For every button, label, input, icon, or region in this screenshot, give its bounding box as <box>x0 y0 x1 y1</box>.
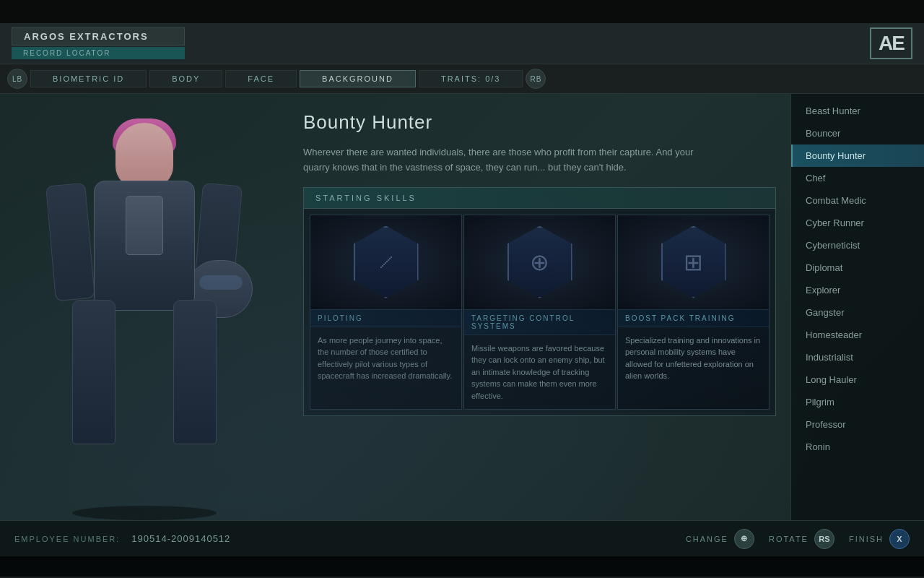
skills-header: STARTING SKILLS <box>304 188 775 209</box>
change-control: CHANGE ⊕ <box>686 529 754 549</box>
change-button[interactable]: ⊕ <box>734 529 754 549</box>
sidebar-item-chef[interactable]: Chef <box>791 167 924 189</box>
character-leg-right <box>173 300 217 444</box>
tab-body[interactable]: BODY <box>149 70 222 87</box>
character-panel <box>0 94 289 520</box>
sidebar-item-bounty-hunter[interactable]: Bounty Hunter <box>791 144 924 167</box>
targeting-hex-bg: ⊕ <box>507 226 572 298</box>
main-content: Bounty Hunter Wherever there are wanted … <box>0 94 924 520</box>
skill-card-piloting: ⟋ PILOTING As more people journey into s… <box>310 215 462 410</box>
sidebar-item-gangster[interactable]: Gangster <box>791 301 924 324</box>
employee-label: EMPLOYEE NUMBER: <box>14 535 120 543</box>
character-shadow <box>72 506 217 520</box>
skill-card-boost: ⊞ BOOST PACK TRAINING Specialized traini… <box>617 215 770 410</box>
boost-hex-bg: ⊞ <box>661 226 726 298</box>
tab-background[interactable]: BACKGROUND <box>300 70 416 87</box>
rotate-button[interactable]: RS <box>814 529 834 549</box>
ae-logo: AE <box>870 27 912 59</box>
boost-hex: ⊞ <box>658 220 730 303</box>
lb-button[interactable]: LB <box>7 69 27 89</box>
info-panel: Bounty Hunter Wherever there are wanted … <box>289 94 790 520</box>
bottom-bar: EMPLOYEE NUMBER: 190514-2009140512 CHANG… <box>0 520 924 556</box>
skill-icon-area-boost: ⊞ <box>618 215 769 309</box>
rb-button[interactable]: RB <box>526 69 546 89</box>
header: ARGOS EXTRACTORS RECORD LOCATOR AE <box>0 23 924 64</box>
background-list-sidebar: Beast Hunter Bouncer Bounty Hunter Chef … <box>790 94 924 520</box>
nav-tabs: LB BIOMETRIC ID BODY FACE BACKGROUND TRA… <box>0 64 924 94</box>
company-name: ARGOS EXTRACTORS <box>12 27 185 46</box>
sidebar-item-bouncer[interactable]: Bouncer <box>791 122 924 144</box>
piloting-hex: ⟋ <box>350 220 422 303</box>
skill-icon-area-targeting: ⊕ <box>464 215 615 309</box>
boost-desc: Specialized training and innovations in … <box>618 327 769 389</box>
sidebar-item-diplomat[interactable]: Diplomat <box>791 256 924 279</box>
bottom-controls: CHANGE ⊕ ROTATE RS FINISH X <box>686 529 910 549</box>
rs-icon: RS <box>819 535 829 543</box>
finish-control: FINISH X <box>849 529 910 549</box>
piloting-desc: As more people journey into space, the n… <box>310 327 461 389</box>
sidebar-item-professor[interactable]: Professor <box>791 413 924 436</box>
piloting-hex-bg: ⟋ <box>354 226 419 298</box>
background-title: Bounty Hunter <box>303 111 776 134</box>
character-model <box>43 116 245 520</box>
skill-icon-area-piloting: ⟋ <box>310 215 461 309</box>
employee-number: 190514-2009140512 <box>131 533 230 544</box>
tab-face[interactable]: FACE <box>225 70 297 87</box>
targeting-name: TARGETING CONTROL SYSTEMS <box>464 309 615 335</box>
rotate-control: ROTATE RS <box>769 529 834 549</box>
record-locator: RECORD LOCATOR <box>12 47 185 59</box>
piloting-icon: ⟋ <box>375 249 398 275</box>
employee-info: EMPLOYEE NUMBER: 190514-2009140512 <box>14 533 230 544</box>
finish-button[interactable]: X <box>889 529 910 549</box>
finish-label: FINISH <box>849 535 884 543</box>
skills-section: STARTING SKILLS ⟋ PILOTING As more peopl… <box>303 187 776 417</box>
rotate-label: ROTATE <box>769 535 808 543</box>
character-leg-left <box>72 300 116 444</box>
piloting-name: PILOTING <box>310 309 461 327</box>
character-arm-left <box>45 183 95 301</box>
background-description: Wherever there are wanted individuals, t… <box>303 145 722 176</box>
sidebar-item-cyberneticist[interactable]: Cyberneticist <box>791 234 924 256</box>
sidebar-item-cyber-runner[interactable]: Cyber Runner <box>791 212 924 234</box>
sidebar-item-industrialist[interactable]: Industrialist <box>791 346 924 368</box>
character-torso <box>94 181 195 311</box>
targeting-icon: ⊕ <box>530 249 549 276</box>
boost-name: BOOST PACK TRAINING <box>618 309 769 327</box>
sidebar-item-ronin[interactable]: Ronin <box>791 436 924 458</box>
skills-grid: ⟋ PILOTING As more people journey into s… <box>304 209 775 416</box>
sidebar-item-combat-medic[interactable]: Combat Medic <box>791 189 924 212</box>
sidebar-item-explorer[interactable]: Explorer <box>791 279 924 301</box>
header-left: ARGOS EXTRACTORS RECORD LOCATOR <box>12 27 185 59</box>
targeting-hex: ⊕ <box>504 220 576 303</box>
change-icon: ⊕ <box>741 534 747 543</box>
sidebar-item-pilgrim[interactable]: Pilgrim <box>791 391 924 413</box>
sidebar-item-beast-hunter[interactable]: Beast Hunter <box>791 100 924 122</box>
character-head <box>116 123 173 188</box>
change-label: CHANGE <box>686 535 728 543</box>
targeting-desc: Missile weapons are favored because they… <box>464 335 615 410</box>
x-icon: X <box>897 535 902 543</box>
top-bar <box>0 0 924 23</box>
tab-biometric-id[interactable]: BIOMETRIC ID <box>30 70 147 87</box>
tab-traits[interactable]: TRAITS: 0/3 <box>419 70 523 87</box>
sidebar-item-homesteader[interactable]: Homesteader <box>791 324 924 346</box>
sidebar-item-long-hauler[interactable]: Long Hauler <box>791 368 924 391</box>
skill-card-targeting: ⊕ TARGETING CONTROL SYSTEMS Missile weap… <box>463 215 616 410</box>
bottom-black-bar <box>0 556 924 577</box>
boost-icon: ⊞ <box>684 249 703 276</box>
